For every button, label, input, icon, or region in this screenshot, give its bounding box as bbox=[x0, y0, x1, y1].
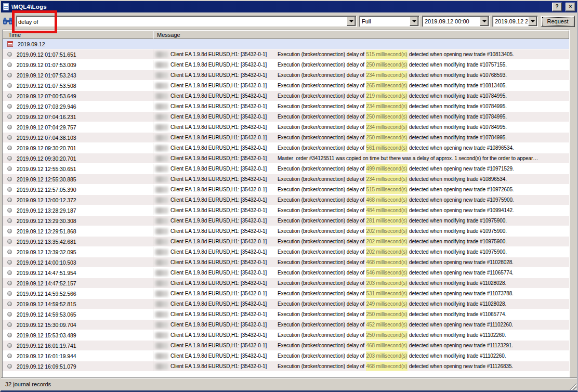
log-entry-icon bbox=[7, 239, 12, 244]
log-row[interactable]: 2019.09.12 12:55:30.651 Client EA 1.9.8d… bbox=[3, 164, 569, 174]
log-row[interactable]: 2019.09.12 13:28:29.187 Client EA 1.9.8d… bbox=[3, 205, 569, 216]
redacted-account-blur bbox=[155, 311, 168, 318]
client-ea-tag: Client EA 1.9.8d EURUSD,H1: [35432-0-1] bbox=[170, 72, 278, 78]
log-row[interactable]: 2019.09.12 14:47:52.157 Client EA 1.9.8d… bbox=[3, 278, 569, 289]
log-row[interactable]: 2019.09.12 07:04:16.231 Client EA 1.9.8d… bbox=[3, 112, 569, 122]
message-cell: Client EA 1.9.8d EURUSD,H1: [35432-0-1] … bbox=[153, 268, 569, 278]
date-from-combobox[interactable]: 2019.09.12 00:00 bbox=[422, 16, 490, 27]
time-cell: 2019.09.12 07:04:38.103 bbox=[3, 133, 153, 142]
log-time: 2019.09.12 07:03:29.946 bbox=[17, 103, 76, 110]
message-text: detected when opening new trade #1097590… bbox=[408, 197, 514, 203]
request-button[interactable]: Request bbox=[541, 16, 575, 27]
time-cell: 2019.09.12 12:57:05.390 bbox=[3, 185, 153, 194]
search-match-highlight: 484 millisecond(s) bbox=[366, 206, 408, 215]
message-text: Execution (broker/connection) delay of bbox=[278, 259, 366, 265]
search-match-highlight: 202 millisecond(s) bbox=[366, 237, 408, 246]
client-ea-tag: Client EA 1.9.8d EURUSD,H1: [35432-0-1] bbox=[170, 301, 278, 307]
search-match-highlight: 234 millisecond(s) bbox=[366, 175, 408, 184]
log-row[interactable]: 2019.09.12 16:09:51.079 Client EA 1.9.8d… bbox=[3, 361, 569, 372]
log-row[interactable]: 2019.09.12 14:59:52.815 Client EA 1.9.8d… bbox=[3, 299, 569, 309]
request-button-label: Request bbox=[547, 18, 569, 24]
date-group-row[interactable]: 2019.09.12 bbox=[3, 39, 569, 49]
log-row[interactable]: 2019.09.12 13:29:30.308 Client EA 1.9.8d… bbox=[3, 216, 569, 226]
message-text: Execution (broker/connection) delay of bbox=[278, 135, 366, 140]
log-row[interactable]: 2019.09.12 12:55:30.885 Client EA 1.9.8d… bbox=[3, 174, 569, 185]
log-row[interactable]: 2019.09.12 16:01:19.741 Client EA 1.9.8d… bbox=[3, 341, 569, 351]
redacted-account-blur bbox=[155, 176, 168, 182]
redacted-account-blur bbox=[155, 124, 168, 130]
date-to-dropdown-button[interactable] bbox=[528, 17, 537, 26]
message-text: Execution (broker/connection) delay of bbox=[278, 83, 366, 88]
redacted-account-blur bbox=[155, 218, 168, 224]
search-match-highlight: 452 millisecond(s) bbox=[366, 320, 408, 329]
log-row[interactable]: 2019.09.12 16:01:19.944 Client EA 1.9.8d… bbox=[3, 351, 569, 361]
date-group-label: 2019.09.12 bbox=[18, 41, 45, 47]
client-ea-tag: Client EA 1.9.8d EURUSD,H1: [35432-0-1] bbox=[170, 363, 278, 369]
client-ea-tag: Client EA 1.9.8d EURUSD,H1: [35432-0-1] bbox=[170, 197, 278, 203]
log-mode-combobox[interactable]: Full bbox=[359, 16, 419, 27]
search-match-highlight: 561 millisecond(s) bbox=[366, 143, 408, 152]
log-row[interactable]: 2019.09.12 01:07:53.243 Client EA 1.9.8d… bbox=[3, 70, 569, 81]
filter-toolbar: Full 2019.09.12 00:00 2019.09.12 23:59 R… bbox=[1, 12, 577, 30]
client-ea-tag: Client EA 1.9.8d EURUSD,H1: [35432-0-1] bbox=[170, 311, 278, 317]
log-row[interactable]: 2019.09.12 13:00:12.372 Client EA 1.9.8d… bbox=[3, 195, 569, 205]
date-from-dropdown-button[interactable] bbox=[480, 17, 489, 26]
time-cell: 2019.09.12 01:07:53.508 bbox=[3, 81, 153, 90]
client-ea-tag: Client EA 1.9.8d EURUSD,H1: [35432-0-1] bbox=[170, 135, 278, 140]
log-row[interactable]: 2019.09.12 14:59:52.566 Client EA 1.9.8d… bbox=[3, 289, 569, 299]
log-row[interactable]: 2019.09.12 12:57:05.390 Client EA 1.9.8d… bbox=[3, 185, 569, 195]
message-text: detected when opening new trade #1112683… bbox=[408, 363, 513, 369]
search-filter-input[interactable] bbox=[18, 17, 346, 27]
log-row[interactable]: 2019.09.12 15:53:03.489 Client EA 1.9.8d… bbox=[3, 330, 569, 341]
message-cell: Client EA 1.9.8d EURUSD,H1: [35432-0-1] … bbox=[153, 299, 569, 309]
log-row[interactable]: 2019.09.12 07:04:29.757 Client EA 1.9.8d… bbox=[3, 122, 569, 133]
redacted-account-blur bbox=[155, 103, 168, 110]
message-text: detected when modifying trade #10975900. bbox=[408, 239, 507, 244]
help-button[interactable]: ? bbox=[552, 3, 562, 11]
client-ea-tag: Client EA 1.9.8d EURUSD,H1: [35432-0-1] bbox=[170, 270, 278, 276]
log-row[interactable]: 2019.09.12 07:04:38.103 Client EA 1.9.8d… bbox=[3, 133, 569, 143]
message-text: Execution (broker/connection) delay of bbox=[278, 239, 366, 244]
log-entry-icon bbox=[7, 260, 12, 265]
log-entry-icon bbox=[7, 322, 12, 327]
log-row[interactable]: 2019.09.12 13:39:32.095 Client EA 1.9.8d… bbox=[3, 247, 569, 257]
log-entry-icon bbox=[7, 187, 12, 192]
date-to-combobox[interactable]: 2019.09.12 23:59 bbox=[492, 16, 538, 27]
message-text: Execution (broker/connection) delay of bbox=[278, 72, 366, 78]
search-filter-dropdown-button[interactable] bbox=[347, 17, 356, 26]
log-mode-dropdown-button[interactable] bbox=[410, 17, 418, 26]
log-row[interactable]: 2019.09.12 07:00:53.649 Client EA 1.9.8d… bbox=[3, 91, 569, 101]
calendar-icon bbox=[7, 41, 13, 47]
search-match-highlight: 234 millisecond(s) bbox=[366, 71, 408, 80]
title-bar[interactable]: \MQL4\Logs ? × bbox=[1, 1, 577, 12]
log-row[interactable]: 2019.09.12 15:30:09.704 Client EA 1.9.8d… bbox=[3, 320, 569, 330]
time-cell: 2019.09.12 07:00:53.649 bbox=[3, 91, 153, 101]
client-ea-tag: Client EA 1.9.8d EURUSD,H1: [35432-0-1] bbox=[170, 332, 278, 338]
close-button[interactable]: × bbox=[566, 3, 575, 11]
log-row[interactable]: 2019.09.12 07:03:29.946 Client EA 1.9.8d… bbox=[3, 101, 569, 112]
search-filter-combobox[interactable] bbox=[16, 16, 357, 27]
log-entry-icon bbox=[7, 302, 12, 306]
message-cell: Client EA 1.9.8d EURUSD,H1: [35432-0-1] … bbox=[153, 351, 569, 361]
log-row[interactable]: 2019.09.12 14:59:53.065 Client EA 1.9.8d… bbox=[3, 309, 569, 320]
log-time: 2019.09.12 14:00:10.503 bbox=[17, 259, 76, 266]
time-cell: 2019.09.12 16:01:19.741 bbox=[3, 341, 153, 350]
log-row[interactable]: 2019.09.12 09:30:20.701 Client EA 1.9.8d… bbox=[3, 143, 569, 153]
log-row[interactable]: 2019.09.12 14:00:10.503 Client EA 1.9.8d… bbox=[3, 257, 569, 268]
resize-grip[interactable] bbox=[570, 383, 576, 390]
client-ea-tag: Client EA 1.9.8d EURUSD,H1: [35432-0-1] bbox=[170, 155, 278, 161]
redacted-account-blur bbox=[155, 62, 168, 68]
log-row[interactable]: 2019.09.12 01:07:53.508 Client EA 1.9.8d… bbox=[3, 81, 569, 91]
log-row[interactable]: 2019.09.12 13:29:51.868 Client EA 1.9.8d… bbox=[3, 226, 569, 237]
message-text: detected when opening new trade #1089653… bbox=[408, 145, 514, 151]
message-text: detected when modifying trade #11065774. bbox=[408, 311, 506, 317]
message-text: Execution (broker/connection) delay of bbox=[278, 291, 366, 296]
log-row[interactable]: 2019.09.12 01:07:51.651 Client EA 1.9.8d… bbox=[3, 49, 569, 60]
message-cell: Client EA 1.9.8d EURUSD,H1: [35432-0-1] … bbox=[153, 112, 569, 122]
log-row[interactable]: 2019.09.12 09:30:20.701 Client EA 1.9.8d… bbox=[3, 153, 569, 164]
search-match-highlight: 468 millisecond(s) bbox=[366, 362, 408, 371]
message-text: Execution (broker/connection) delay of bbox=[278, 124, 366, 130]
log-row[interactable]: 2019.09.12 01:07:53.009 Client EA 1.9.8d… bbox=[3, 60, 569, 70]
log-row[interactable]: 2019.09.12 14:47:51.954 Client EA 1.9.8d… bbox=[3, 268, 569, 278]
log-row[interactable]: 2019.09.12 13:35:42.681 Client EA 1.9.8d… bbox=[3, 237, 569, 247]
